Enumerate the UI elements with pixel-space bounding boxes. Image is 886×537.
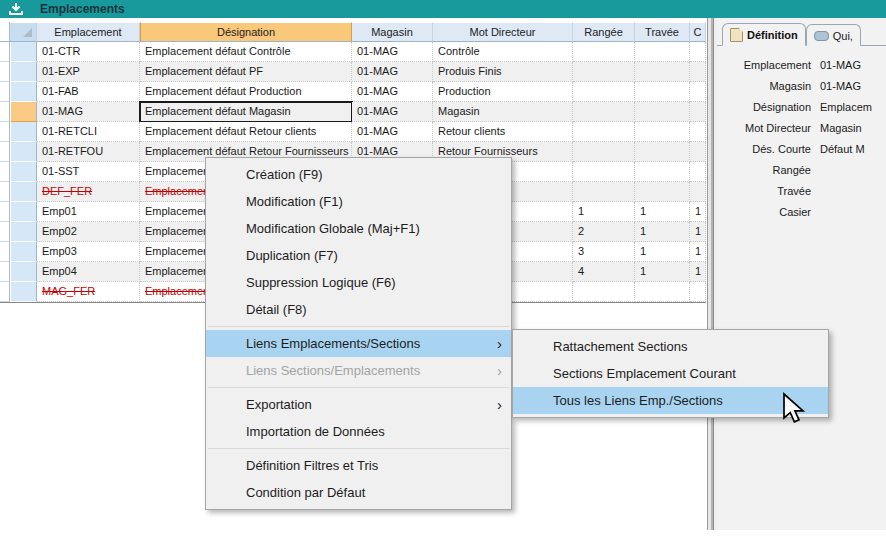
row-margin[interactable] bbox=[0, 242, 10, 262]
cell-rangee[interactable]: 4 bbox=[573, 262, 635, 282]
row-selector[interactable] bbox=[10, 182, 37, 202]
cell-designation[interactable]: Emplacement défaut Contrôle bbox=[140, 42, 352, 62]
menu-item-modification-f1[interactable]: Modification (F1) bbox=[206, 188, 511, 215]
cell-casier[interactable] bbox=[690, 162, 706, 182]
cell-travee[interactable] bbox=[635, 182, 690, 202]
cell-mot_directeur[interactable]: Produis Finis bbox=[433, 62, 573, 82]
cell-mot_directeur[interactable]: Magasin bbox=[433, 102, 573, 122]
row-margin[interactable] bbox=[0, 182, 10, 202]
cell-rangee[interactable] bbox=[573, 62, 635, 82]
submenu-item-sections-emplacement-courant[interactable]: Sections Emplacement Courant bbox=[513, 360, 828, 387]
row-margin[interactable] bbox=[0, 282, 10, 302]
submenu-item-rattachement-sections[interactable]: Rattachement Sections bbox=[513, 333, 828, 360]
row-margin[interactable] bbox=[0, 222, 10, 242]
cell-travee[interactable] bbox=[635, 122, 690, 142]
cell-emplacement[interactable]: MAG_FER bbox=[37, 282, 140, 302]
cell-emplacement[interactable]: 01-RETFOU bbox=[37, 142, 140, 162]
row-margin[interactable] bbox=[0, 142, 10, 162]
cell-rangee[interactable] bbox=[573, 122, 635, 142]
row-margin[interactable] bbox=[0, 102, 10, 122]
row-margin[interactable] bbox=[0, 262, 10, 282]
row-selector[interactable] bbox=[10, 242, 37, 262]
cell-magasin[interactable]: 01-MAG bbox=[352, 102, 433, 122]
menu-item-exportation[interactable]: Exportation› bbox=[206, 391, 511, 418]
cell-travee[interactable]: 1 bbox=[635, 262, 690, 282]
row-selector[interactable] bbox=[10, 82, 37, 102]
cell-travee[interactable] bbox=[635, 282, 690, 302]
row-selector[interactable] bbox=[10, 282, 37, 302]
row-margin[interactable] bbox=[0, 82, 10, 102]
row-selector[interactable] bbox=[10, 102, 37, 122]
menu-item-modification-globale-maj-f1[interactable]: Modification Globale (Maj+F1) bbox=[206, 215, 511, 242]
cell-emplacement[interactable]: 01-SST bbox=[37, 162, 140, 182]
cell-designation[interactable]: Emplacement défaut Magasin bbox=[140, 102, 352, 122]
cell-emplacement[interactable]: DEF_FER bbox=[37, 182, 140, 202]
row-selector[interactable] bbox=[10, 142, 37, 162]
column-header-casier[interactable]: C bbox=[690, 22, 706, 42]
menu-item-duplication-f7[interactable]: Duplication (F7) bbox=[206, 242, 511, 269]
cell-designation[interactable]: Emplacement défaut Retour clients bbox=[140, 122, 352, 142]
cell-magasin[interactable]: 01-MAG bbox=[352, 62, 433, 82]
cell-emplacement[interactable]: 01-RETCLI bbox=[37, 122, 140, 142]
cell-rangee[interactable] bbox=[573, 182, 635, 202]
cell-rangee[interactable]: 2 bbox=[573, 222, 635, 242]
menu-item-detail-f8[interactable]: Détail (F8) bbox=[206, 296, 511, 323]
cell-travee[interactable] bbox=[635, 162, 690, 182]
row-selector[interactable] bbox=[10, 122, 37, 142]
cell-casier[interactable] bbox=[690, 142, 706, 162]
cell-casier[interactable] bbox=[690, 282, 706, 302]
cell-emplacement[interactable]: 01-EXP bbox=[37, 62, 140, 82]
cell-casier[interactable] bbox=[690, 42, 706, 62]
cell-travee[interactable] bbox=[635, 62, 690, 82]
cell-casier[interactable] bbox=[690, 82, 706, 102]
cell-emplacement[interactable]: Emp03 bbox=[37, 242, 140, 262]
cell-travee[interactable]: 1 bbox=[635, 222, 690, 242]
column-header-travee[interactable]: Travée bbox=[635, 22, 690, 42]
row-selector[interactable] bbox=[10, 162, 37, 182]
menu-item-liens-emplacements-sections[interactable]: Liens Emplacements/Sections› bbox=[206, 330, 511, 357]
cell-emplacement[interactable]: 01-MAG bbox=[37, 102, 140, 122]
cell-rangee[interactable] bbox=[573, 42, 635, 62]
column-header-rangee[interactable]: Rangée bbox=[573, 22, 635, 42]
download-icon[interactable] bbox=[9, 3, 23, 16]
row-selector[interactable] bbox=[10, 42, 37, 62]
cell-rangee[interactable] bbox=[573, 162, 635, 182]
column-header-mot_directeur[interactable]: Mot Directeur bbox=[433, 22, 573, 42]
row-margin[interactable] bbox=[0, 122, 10, 142]
tab-qui[interactable]: Qui, bbox=[806, 24, 861, 46]
row-margin[interactable] bbox=[0, 162, 10, 182]
row-margin[interactable] bbox=[0, 42, 10, 62]
cell-casier[interactable] bbox=[690, 182, 706, 202]
row-margin[interactable] bbox=[0, 202, 10, 222]
cell-emplacement[interactable]: 01-FAB bbox=[37, 82, 140, 102]
cell-travee[interactable] bbox=[635, 42, 690, 62]
cell-travee[interactable] bbox=[635, 82, 690, 102]
cell-magasin[interactable]: 01-MAG bbox=[352, 82, 433, 102]
cell-casier[interactable] bbox=[690, 102, 706, 122]
cell-casier[interactable]: 1 bbox=[690, 222, 706, 242]
cell-magasin[interactable]: 01-MAG bbox=[352, 42, 433, 62]
column-header-emplacement[interactable]: Emplacement bbox=[37, 22, 140, 42]
cell-rangee[interactable] bbox=[573, 82, 635, 102]
cell-emplacement[interactable]: Emp02 bbox=[37, 222, 140, 242]
cell-rangee[interactable]: 3 bbox=[573, 242, 635, 262]
panel-splitter[interactable] bbox=[706, 18, 717, 530]
cell-designation[interactable]: Emplacement défaut PF bbox=[140, 62, 352, 82]
cell-casier[interactable]: 1 bbox=[690, 202, 706, 222]
row-selector[interactable] bbox=[10, 62, 37, 82]
cell-rangee[interactable] bbox=[573, 142, 635, 162]
row-margin[interactable] bbox=[0, 62, 10, 82]
cell-casier[interactable]: 1 bbox=[690, 262, 706, 282]
cell-casier[interactable] bbox=[690, 62, 706, 82]
cell-mot_directeur[interactable]: Production bbox=[433, 82, 573, 102]
row-selector[interactable] bbox=[10, 202, 37, 222]
cell-mot_directeur[interactable]: Contrôle bbox=[433, 42, 573, 62]
row-selector[interactable] bbox=[10, 222, 37, 242]
cell-emplacement[interactable]: Emp04 bbox=[37, 262, 140, 282]
cell-mot_directeur[interactable]: Retour clients bbox=[433, 122, 573, 142]
cell-travee[interactable]: 1 bbox=[635, 242, 690, 262]
cell-travee[interactable] bbox=[635, 142, 690, 162]
cell-rangee[interactable] bbox=[573, 102, 635, 122]
menu-item-creation-f9[interactable]: Création (F9) bbox=[206, 161, 511, 188]
row-selector[interactable] bbox=[10, 262, 37, 282]
